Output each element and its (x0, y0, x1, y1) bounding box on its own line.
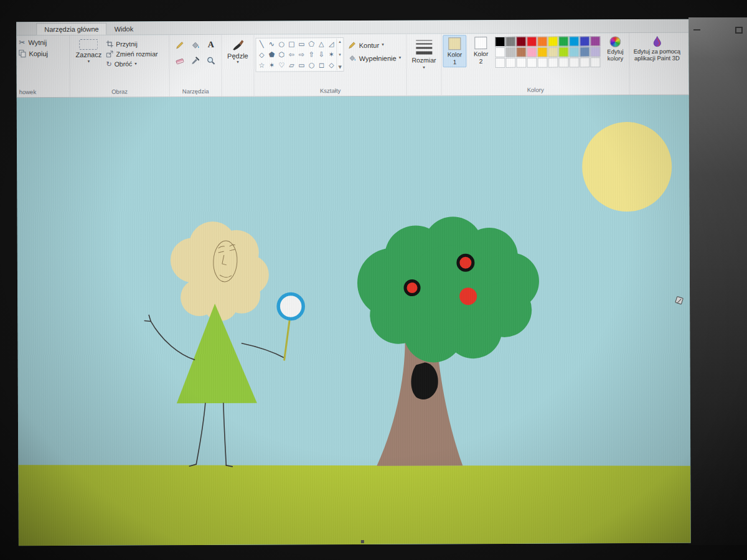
shape-cell[interactable]: ⬟ (266, 50, 276, 60)
palette-swatch[interactable] (496, 58, 505, 68)
crop-label: Przytnij (116, 40, 137, 48)
shape-cell[interactable]: ✶ (266, 60, 276, 71)
crop-icon (106, 40, 113, 48)
shape-cell[interactable]: ☆ (256, 60, 266, 71)
grass (18, 462, 691, 546)
pencil-icon (175, 40, 184, 50)
magnifier-tool[interactable] (204, 53, 218, 68)
color1-button[interactable]: Kolor 1 (443, 35, 466, 67)
paint3d-button[interactable]: Edytuj za pomocą aplikacji Paint 3D (631, 34, 683, 62)
scroll-up-icon[interactable]: ▴ (339, 39, 341, 44)
shape-cell[interactable]: ○ (276, 39, 286, 49)
shape-cell[interactable]: ◇ (326, 60, 336, 70)
palette-swatch[interactable] (580, 57, 590, 67)
cut-button[interactable]: ✂ Wytnij (17, 37, 68, 48)
edit-colors-button[interactable]: Edytuj kolory (603, 34, 627, 62)
shape-cell[interactable]: ⬡ (276, 49, 286, 60)
palette-swatch[interactable] (559, 47, 569, 57)
shape-cell[interactable]: ⇧ (306, 49, 316, 60)
shapes-more-icon[interactable]: ▼ (338, 65, 341, 70)
palette-swatch[interactable] (558, 36, 568, 46)
palette-swatch[interactable] (580, 36, 590, 46)
palette-swatch[interactable] (495, 37, 505, 47)
rotate-button[interactable]: ↻ Obróć ▾ (106, 60, 157, 67)
shape-cell[interactable]: ⬠ (306, 39, 316, 49)
outline-label: Kontur (359, 41, 379, 49)
palette-swatch[interactable] (505, 37, 515, 47)
scroll-down-icon[interactable]: ▾ (339, 52, 341, 57)
shape-cell[interactable]: ∿ (266, 39, 276, 50)
palette-swatch[interactable] (570, 47, 580, 57)
select-button[interactable]: Zaznacz ▾ (71, 37, 106, 68)
shape-cell[interactable]: ◿ (326, 39, 336, 49)
pencil-tool[interactable] (172, 37, 187, 52)
palette-swatch[interactable] (527, 37, 537, 47)
resize-label: Zmień rozmiar (116, 50, 157, 57)
rainbow-icon (609, 36, 621, 47)
shape-cell[interactable]: □ (286, 39, 296, 49)
outline-button[interactable]: Kontur ▾ (349, 41, 401, 49)
shape-cell[interactable]: ♡ (276, 60, 286, 70)
palette-swatch[interactable] (591, 57, 601, 67)
text-tool[interactable]: A (204, 37, 218, 52)
palette-swatch[interactable] (559, 57, 569, 67)
palette-swatch[interactable] (516, 37, 526, 47)
copy-button[interactable]: Kopiuj (17, 48, 68, 59)
palette-swatch[interactable] (496, 47, 505, 57)
palette-swatch[interactable] (517, 47, 527, 57)
paint3d-label: Edytuj za pomocą aplikacji Paint 3D (631, 49, 683, 62)
shape-cell[interactable]: ⇩ (316, 49, 326, 60)
apple-outlined (405, 281, 419, 295)
select-label: Zaznacz (76, 51, 102, 58)
shape-cell[interactable]: ▭ (296, 60, 306, 70)
tab-view[interactable]: Widok (107, 23, 141, 34)
palette-swatch[interactable] (548, 37, 558, 47)
apple-outlined (458, 255, 473, 270)
minimize-button[interactable] (693, 29, 700, 30)
palette-swatch[interactable] (548, 58, 558, 68)
palette-swatch[interactable] (538, 47, 548, 57)
canvas-resize-handle[interactable] (361, 540, 364, 543)
palette-swatch[interactable] (570, 57, 580, 67)
palette-swatch[interactable] (517, 58, 527, 68)
copy-icon (19, 50, 26, 57)
palette-swatch[interactable] (506, 47, 516, 57)
shape-cell[interactable]: △ (316, 39, 326, 49)
resize-button[interactable]: Zmień rozmiar (106, 50, 157, 57)
shape-cell[interactable]: ▱ (286, 60, 296, 70)
chevron-down-icon: ▾ (134, 62, 137, 66)
palette-swatch[interactable] (569, 36, 579, 46)
color-picker-tool[interactable] (188, 53, 203, 68)
monitor-bezel (688, 17, 747, 545)
color2-button[interactable]: Kolor 2 (469, 35, 492, 66)
palette-swatch[interactable] (590, 36, 600, 46)
palette-swatch[interactable] (548, 47, 558, 57)
palette-swatch[interactable] (527, 58, 537, 68)
palette-swatch[interactable] (527, 47, 537, 57)
maximize-button[interactable] (735, 27, 743, 34)
palette-swatch[interactable] (580, 47, 590, 57)
shape-cell[interactable]: ○ (306, 60, 316, 70)
fill-style-button[interactable]: Wypełnienie ▾ (349, 54, 401, 62)
fill-tool[interactable] (188, 37, 203, 52)
palette-swatch[interactable] (537, 37, 547, 47)
outline-pen-icon (349, 41, 357, 49)
paint-canvas[interactable] (17, 95, 691, 546)
shape-cell[interactable]: ╲ (256, 39, 266, 50)
palette-swatch[interactable] (538, 58, 548, 68)
eraser-tool[interactable] (172, 53, 187, 68)
crop-button[interactable]: Przytnij (106, 40, 157, 47)
brushes-button[interactable]: Pędzle ▾ (223, 36, 252, 65)
shape-cell[interactable]: ◇ (256, 50, 266, 60)
shape-cell[interactable]: ⇦ (286, 49, 296, 60)
shape-cell[interactable]: ▭ (296, 39, 306, 49)
shape-cell[interactable]: ✶ (326, 49, 336, 60)
shape-cell[interactable]: ◻ (316, 60, 326, 70)
palette-swatch[interactable] (591, 47, 601, 57)
shape-cell[interactable]: ⇨ (296, 49, 306, 60)
brush-icon (231, 38, 245, 52)
size-button[interactable]: Rozmiar ▾ (408, 35, 439, 70)
color2-swatch (474, 37, 487, 49)
tab-home[interactable]: Narzędzia główne (36, 23, 107, 35)
palette-swatch[interactable] (506, 58, 516, 68)
